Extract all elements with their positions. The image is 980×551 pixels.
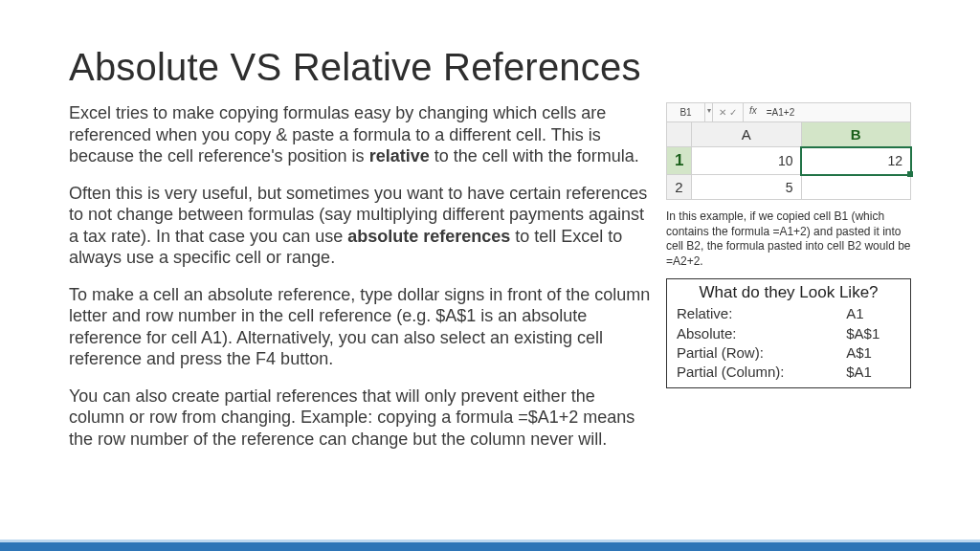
look-like-box: What do they Look Like? Relative: A1 Abs…	[666, 278, 911, 388]
spreadsheet-grid: A B 1 10 12 2 5	[666, 121, 911, 200]
fx-icon: fx	[744, 103, 763, 121]
enter-icon: ✓	[729, 105, 737, 121]
ref-value: A$1	[838, 343, 901, 363]
sidebar-column: B1 ▾ ✕ ✓ fx =A1+2 A B 1	[666, 102, 911, 465]
grid-corner	[667, 122, 692, 147]
look-like-title: What do they Look Like?	[677, 283, 901, 302]
ref-label: Relative:	[677, 304, 838, 323]
paragraph-1: Excel tries to make copying formulas eas…	[69, 102, 651, 167]
namebox-dropdown-icon: ▾	[705, 103, 713, 121]
p1-text-post: to the cell with the formula.	[430, 146, 639, 165]
paragraph-3: To make a cell an absolute reference, ty…	[69, 284, 651, 370]
table-row: Partial (Column): $A1	[677, 363, 901, 382]
table-row: Absolute: $A$1	[677, 324, 901, 343]
cancel-icon: ✕	[719, 105, 726, 121]
name-box: B1	[667, 103, 705, 121]
formula-bar: B1 ▾ ✕ ✓ fx =A1+2	[666, 102, 911, 121]
cell-b2	[801, 175, 911, 200]
paragraph-4: You can also create partial references t…	[69, 386, 651, 451]
ref-value: $A1	[838, 363, 901, 382]
example-caption: In this example, if we copied cell B1 (w…	[666, 209, 911, 269]
table-row: Partial (Row): A$1	[677, 343, 901, 363]
cell-b1: 12	[801, 147, 911, 175]
ref-label: Partial (Row):	[677, 343, 838, 363]
p1-bold: relative	[369, 146, 430, 165]
slide-footer-bar	[0, 540, 980, 551]
paragraph-2: Often this is very useful, but sometimes…	[69, 183, 651, 269]
body-text-column: Excel tries to make copying formulas eas…	[69, 102, 651, 465]
table-row: Relative: A1	[677, 304, 901, 323]
p2-bold: absolute references	[347, 227, 510, 246]
content-columns: Excel tries to make copying formulas eas…	[69, 102, 911, 465]
row-header-1: 1	[667, 147, 692, 175]
formula-value: =A1+2	[763, 103, 910, 121]
row-header-2: 2	[667, 175, 692, 200]
ref-label: Partial (Column):	[677, 363, 838, 382]
ref-label: Absolute:	[677, 324, 838, 343]
col-header-b: B	[801, 122, 911, 147]
look-like-table: Relative: A1 Absolute: $A$1 Partial (Row…	[677, 304, 901, 382]
cell-a1: 10	[692, 147, 802, 175]
excel-mini-screenshot: B1 ▾ ✕ ✓ fx =A1+2 A B 1	[666, 102, 911, 200]
cell-a2: 5	[692, 175, 802, 200]
col-header-a: A	[692, 122, 802, 147]
ref-value: $A$1	[838, 324, 901, 343]
formula-bar-buttons: ✕ ✓	[713, 103, 744, 121]
slide: Absolute VS Relative References Excel tr…	[0, 0, 980, 551]
page-title: Absolute VS Relative References	[69, 46, 911, 89]
ref-value: A1	[838, 304, 901, 323]
